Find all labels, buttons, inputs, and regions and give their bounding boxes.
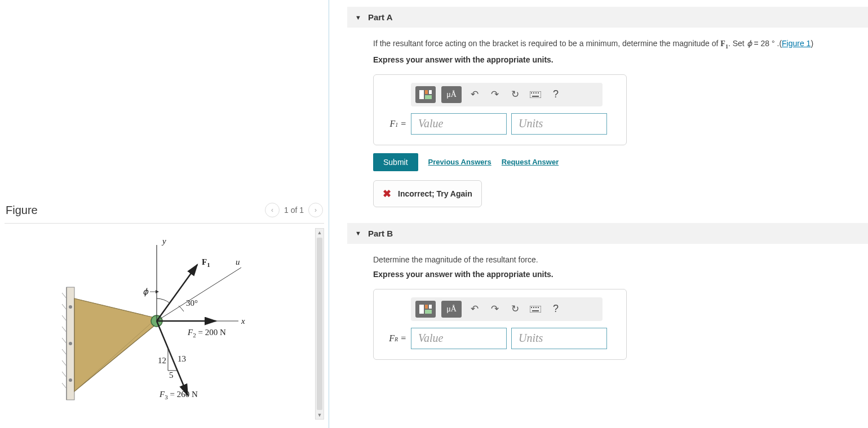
- svg-line-6: [62, 338, 67, 344]
- svg-rect-44: [538, 307, 539, 308]
- redo-button[interactable]: ↷: [488, 86, 502, 103]
- svg-rect-27: [425, 90, 428, 94]
- keyboard-button[interactable]: [528, 86, 543, 103]
- previous-answers-link[interactable]: Previous Answers: [428, 158, 491, 166]
- template-button[interactable]: [415, 301, 436, 318]
- template-button[interactable]: [415, 86, 436, 103]
- svg-text:F3 = 260 N: F3 = 260 N: [159, 390, 198, 400]
- part-b-value-input[interactable]: [411, 328, 507, 349]
- svg-line-7: [62, 349, 67, 355]
- caret-down-icon: ▼: [355, 230, 361, 237]
- svg-rect-43: [535, 307, 537, 308]
- part-b-title: Part B: [368, 229, 393, 238]
- svg-rect-29: [429, 90, 432, 94]
- svg-rect-26: [419, 90, 424, 99]
- svg-rect-41: [531, 307, 532, 308]
- keyboard-button[interactable]: [528, 301, 543, 318]
- part-a-instruction: Express your answer with the appropriate…: [373, 55, 868, 64]
- svg-rect-42: [533, 307, 534, 308]
- svg-point-13: [69, 378, 72, 382]
- reset-button[interactable]: ↻: [508, 301, 522, 318]
- angle-30-label: 30°: [186, 298, 198, 307]
- figure-next-button[interactable]: ›: [308, 203, 323, 217]
- figure-scrollbar[interactable]: ▲ ▼: [315, 228, 324, 420]
- units-button[interactable]: μÅ: [441, 301, 462, 318]
- svg-rect-32: [533, 92, 534, 93]
- part-a-input-row: F1 =: [384, 113, 616, 135]
- part-a-units-input[interactable]: [511, 113, 607, 135]
- undo-button[interactable]: ↶: [467, 86, 482, 103]
- tri-12: 12: [158, 356, 166, 365]
- part-a-body: If the resultant force acting on the bra…: [347, 39, 868, 207]
- svg-rect-45: [532, 310, 539, 311]
- svg-rect-37: [425, 305, 428, 309]
- incorrect-icon: ✖: [383, 188, 391, 200]
- scroll-thumb[interactable]: [317, 238, 322, 410]
- part-b-header[interactable]: ▼ Part B: [347, 223, 868, 244]
- svg-point-12: [69, 342, 72, 345]
- svg-line-8: [62, 360, 67, 366]
- svg-rect-28: [425, 95, 432, 99]
- question-panel: ▼ Part A If the resultant force acting o…: [329, 0, 868, 428]
- svg-line-4: [62, 315, 67, 321]
- svg-line-17: [157, 268, 241, 321]
- svg-text:F2 = 200 N: F2 = 200 N: [187, 328, 226, 338]
- figure-prev-button[interactable]: ‹: [265, 203, 280, 217]
- part-a-toolbar: μÅ ↶ ↷ ↻ ?: [411, 83, 603, 106]
- svg-line-5: [62, 327, 67, 332]
- reset-button[interactable]: ↻: [508, 86, 522, 103]
- units-button[interactable]: μÅ: [441, 86, 462, 103]
- svg-line-9: [62, 372, 67, 377]
- svg-rect-38: [425, 310, 432, 314]
- figure-body: y x u F1 ϕ 30°: [5, 228, 324, 420]
- figure-header: Figure ‹ 1 of 1 ›: [0, 203, 329, 217]
- svg-point-11: [69, 305, 72, 309]
- part-a-header[interactable]: ▼ Part A: [347, 7, 868, 28]
- part-a-actions: Submit Previous Answers Request Answer: [373, 153, 868, 171]
- svg-line-2: [62, 293, 67, 298]
- svg-line-10: [62, 383, 67, 389]
- tri-13: 13: [178, 354, 186, 363]
- svg-line-3: [62, 304, 67, 310]
- undo-button[interactable]: ↶: [467, 301, 482, 318]
- svg-line-18: [157, 265, 197, 321]
- svg-rect-39: [429, 305, 432, 309]
- svg-rect-34: [538, 92, 539, 93]
- svg-rect-36: [419, 305, 424, 314]
- bracket-diagram: y x u F1 ϕ 30°: [50, 234, 286, 414]
- part-b-var-label: FR =: [384, 333, 406, 344]
- figure-link[interactable]: Figure 1: [782, 39, 811, 48]
- help-button[interactable]: ?: [548, 301, 563, 318]
- help-button[interactable]: ?: [548, 86, 563, 103]
- caret-down-icon: ▼: [355, 14, 361, 21]
- submit-button[interactable]: Submit: [373, 153, 418, 171]
- part-b-units-input[interactable]: [511, 328, 607, 349]
- request-answer-link[interactable]: Request Answer: [502, 158, 559, 166]
- u-axis-label: u: [236, 257, 240, 266]
- part-b-input-row: FR =: [384, 328, 616, 349]
- scroll-down-icon[interactable]: ▼: [317, 412, 322, 418]
- svg-marker-21: [156, 290, 159, 293]
- y-axis-label: y: [161, 237, 166, 246]
- part-b-prompt: Determine the magnitude of the resultant…: [373, 255, 868, 264]
- svg-rect-40: [530, 306, 541, 313]
- part-a-feedback: ✖ Incorrect; Try Again: [373, 180, 482, 207]
- tri-5: 5: [169, 371, 174, 380]
- svg-rect-33: [535, 92, 537, 93]
- redo-button[interactable]: ↷: [488, 301, 502, 318]
- part-a-answer-box: μÅ ↶ ↷ ↻ ? F1 =: [373, 74, 627, 145]
- figure-panel: Figure ‹ 1 of 1 ›: [0, 0, 329, 428]
- part-a-value-input[interactable]: [411, 113, 507, 135]
- part-a-title: Part A: [368, 12, 393, 22]
- part-b-toolbar: μÅ ↶ ↷ ↻ ?: [411, 297, 603, 321]
- svg-rect-35: [532, 96, 539, 97]
- scroll-up-icon[interactable]: ▲: [317, 230, 322, 235]
- phi-label: ϕ: [143, 287, 149, 297]
- svg-rect-31: [531, 92, 532, 93]
- figure-title: Figure: [6, 204, 38, 217]
- svg-text:F1: F1: [202, 257, 210, 268]
- part-b-answer-box: μÅ ↶ ↷ ↻ ? FR =: [373, 289, 627, 360]
- feedback-text: Incorrect; Try Again: [398, 189, 472, 198]
- part-a-prompt: If the resultant force acting on the bra…: [373, 39, 868, 50]
- divider: [5, 223, 324, 224]
